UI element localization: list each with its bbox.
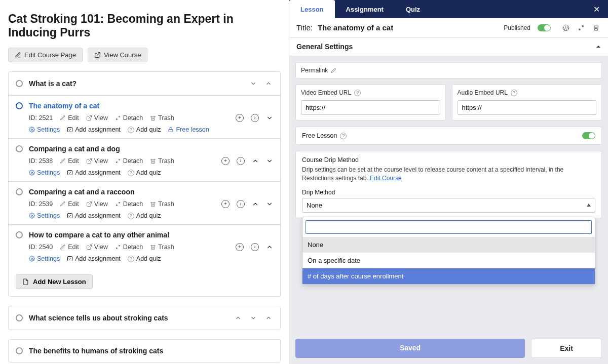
settings-link[interactable]: Settings	[29, 212, 60, 219]
tab-lesson[interactable]: Lesson	[289, 0, 335, 18]
free-lesson-toggle[interactable]	[582, 132, 595, 139]
general-settings-title: General Settings	[296, 43, 353, 51]
edit-course-button[interactable]: Edit Course Page	[8, 48, 83, 62]
free-lesson-link[interactable]: Free lesson	[168, 126, 209, 133]
dropdown-option[interactable]: None	[302, 237, 595, 253]
svg-point-6	[31, 172, 33, 174]
panel-tabs: Lesson Assignment Quiz ✕	[289, 0, 608, 18]
tab-quiz[interactable]: Quiz	[395, 0, 431, 18]
view-link[interactable]: View	[86, 200, 108, 208]
lesson-title[interactable]: Comparing a cat and a raccoon	[16, 188, 273, 196]
dropdown-search-input[interactable]	[306, 220, 592, 234]
arrow-circle-icon[interactable]: ›	[251, 114, 259, 122]
chevron-up-icon[interactable]	[264, 313, 273, 322]
section-header[interactable]: What science tells us about stroking cat…	[9, 306, 280, 330]
edit-link[interactable]: Edit	[60, 114, 79, 122]
tab-assignment[interactable]: Assignment	[335, 0, 395, 18]
dropdown-option[interactable]: # of days after course enrollment	[302, 268, 595, 284]
title-value[interactable]: The anatomy of a cat	[318, 23, 499, 32]
plus-circle-icon[interactable]: +	[221, 157, 230, 165]
external-link-icon	[94, 52, 101, 58]
lesson-meta: ID: 2539EditViewDetachTrash+›	[16, 200, 273, 208]
wordpress-icon[interactable]	[561, 24, 571, 31]
trash-link[interactable]: Trash	[150, 157, 174, 165]
general-settings-header[interactable]: General Settings	[289, 37, 608, 56]
view-link[interactable]: View	[86, 114, 108, 122]
lesson-title[interactable]: The anatomy of a cat	[16, 102, 273, 110]
detach-link[interactable]: Detach	[115, 114, 143, 122]
pencil-icon[interactable]	[331, 68, 336, 73]
add-assignment-link[interactable]: Add assignment	[67, 169, 121, 176]
chevron-down-icon[interactable]	[266, 200, 273, 208]
arrow-circle-icon[interactable]: ›	[251, 243, 259, 251]
edit-link[interactable]: Edit	[60, 200, 79, 208]
detach-icon[interactable]	[576, 24, 586, 31]
chevron-down-icon[interactable]	[249, 313, 258, 322]
add-assignment-link[interactable]: Add assignment	[67, 212, 121, 219]
chevron-up-icon[interactable]	[252, 200, 259, 208]
svg-line-5	[89, 159, 92, 162]
lesson-title-text: Comparing a cat and a dog	[29, 145, 120, 153]
lesson-title[interactable]: Comparing a cat and a dog	[16, 145, 273, 153]
add-quiz-link[interactable]: ?Add quiz	[128, 126, 161, 133]
chevron-up-icon[interactable]	[264, 79, 273, 88]
title-label: Title:	[296, 23, 313, 32]
help-icon[interactable]: ?	[354, 90, 361, 96]
svg-rect-13	[68, 257, 72, 261]
add-new-lesson-button[interactable]: Add New Lesson	[16, 274, 93, 289]
edit-link[interactable]: Edit	[60, 157, 79, 165]
chevron-down-icon[interactable]	[249, 79, 258, 88]
video-embed-input[interactable]	[301, 100, 440, 115]
chevron-up-icon[interactable]	[234, 313, 243, 322]
detach-link[interactable]: Detach	[115, 157, 143, 165]
trash-link[interactable]: Trash	[150, 114, 174, 122]
settings-link[interactable]: Settings	[29, 255, 60, 262]
trash-link[interactable]: Trash	[150, 200, 174, 208]
close-icon[interactable]: ✕	[591, 3, 602, 16]
edit-course-link[interactable]: Edit Course	[370, 175, 402, 182]
trash-link[interactable]: Trash	[150, 244, 174, 251]
plus-circle-icon[interactable]: +	[221, 200, 230, 208]
settings-link[interactable]: Settings	[29, 126, 60, 133]
dropdown-option[interactable]: On a specific date	[302, 253, 595, 268]
view-link[interactable]: View	[86, 157, 108, 165]
section-card: What is a cat? The anatomy of a catID: 2…	[8, 71, 281, 297]
section-title: What is a cat?	[29, 79, 243, 88]
settings-link[interactable]: Settings	[29, 169, 60, 176]
view-link[interactable]: View	[86, 244, 108, 251]
view-course-button[interactable]: View Course	[88, 48, 147, 62]
caret-up-icon[interactable]	[596, 44, 601, 49]
audio-embed-label: Audio Embed URL	[458, 89, 508, 96]
arrow-circle-icon[interactable]: ›	[237, 157, 245, 165]
add-assignment-link[interactable]: Add assignment	[67, 126, 121, 133]
add-quiz-link[interactable]: ?Add quiz	[128, 255, 161, 262]
drip-box: Course Drip Method Drip settings can be …	[295, 151, 602, 218]
lesson-title[interactable]: How to compare a cat to any other animal	[16, 231, 273, 239]
add-quiz-link[interactable]: ?Add quiz	[128, 212, 161, 219]
chevron-up-icon[interactable]	[266, 244, 273, 251]
add-quiz-link[interactable]: ?Add quiz	[128, 169, 161, 176]
plus-circle-icon[interactable]: +	[236, 243, 244, 251]
audio-embed-input[interactable]	[458, 100, 597, 115]
trash-icon[interactable]	[591, 24, 601, 31]
lesson-row: Comparing a cat and a dogID: 2538EditVie…	[9, 138, 280, 181]
arrow-circle-icon[interactable]: ›	[237, 200, 245, 208]
help-icon[interactable]: ?	[511, 90, 517, 96]
edit-link[interactable]: Edit	[60, 244, 79, 251]
chevron-down-icon[interactable]	[266, 114, 273, 122]
chevron-down-icon[interactable]	[266, 157, 273, 165]
add-assignment-link[interactable]: Add assignment	[67, 255, 121, 262]
help-icon[interactable]: ?	[340, 133, 347, 139]
lesson-row: How to compare a cat to any other animal…	[9, 224, 280, 267]
detach-link[interactable]: Detach	[115, 244, 143, 251]
drip-method-label: Drip Method	[302, 189, 595, 196]
plus-circle-icon[interactable]: +	[236, 114, 244, 122]
exit-button[interactable]: Exit	[531, 339, 602, 358]
section-header[interactable]: The benefits to humans of stroking cats	[9, 340, 280, 362]
detach-link[interactable]: Detach	[115, 200, 143, 208]
add-new-lesson-label: Add New Lesson	[33, 278, 86, 286]
section-header[interactable]: What is a cat?	[9, 72, 280, 95]
chevron-up-icon[interactable]	[252, 157, 259, 165]
drip-method-select[interactable]: None	[302, 198, 595, 213]
published-toggle[interactable]	[538, 24, 551, 31]
